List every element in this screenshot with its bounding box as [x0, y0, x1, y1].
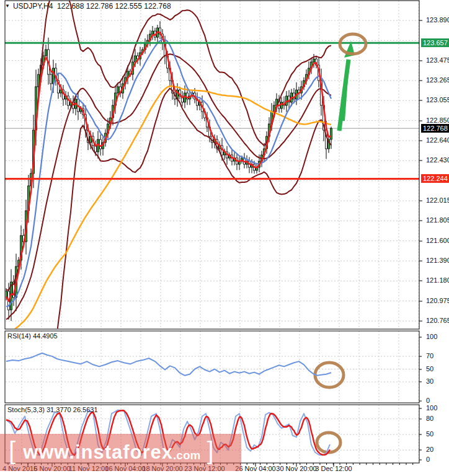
symbol-dropdown-icon[interactable]: ▼ — [5, 3, 10, 9]
annotation-circle-stoch — [317, 433, 340, 452]
rsi-indicator-label: RSI(14) 44.4905 — [7, 332, 58, 340]
instaforex-watermark: [ www.instaforex .com ] — [0, 434, 241, 471]
watermark-tld-text: .com — [173, 449, 200, 464]
chart-canvas[interactable] — [0, 0, 449, 476]
bollinger-lower-line — [6, 89, 331, 395]
chart-title: ▼USDJPY,H4 122.688 122.786 122.555 122.7… — [5, 2, 171, 11]
trading-chart-window: ▼USDJPY,H4 122.688 122.786 122.555 122.7… — [0, 0, 449, 476]
watermark-close-bracket: ] — [207, 438, 213, 463]
watermark-open-bracket: [ — [9, 438, 16, 463]
ohlc-values: 122.688 122.786 122.555 122.768 — [57, 2, 171, 11]
watermark-domain-text: www.instaforex — [23, 441, 173, 464]
stoch-indicator-label: Stoch(5,3,3) 31.3770 26.5631 — [7, 406, 98, 413]
candles-layer — [6, 21, 332, 321]
grid-layer — [6, 1, 419, 463]
symbol-timeframe-label: USDJPY,H4 — [13, 2, 53, 11]
